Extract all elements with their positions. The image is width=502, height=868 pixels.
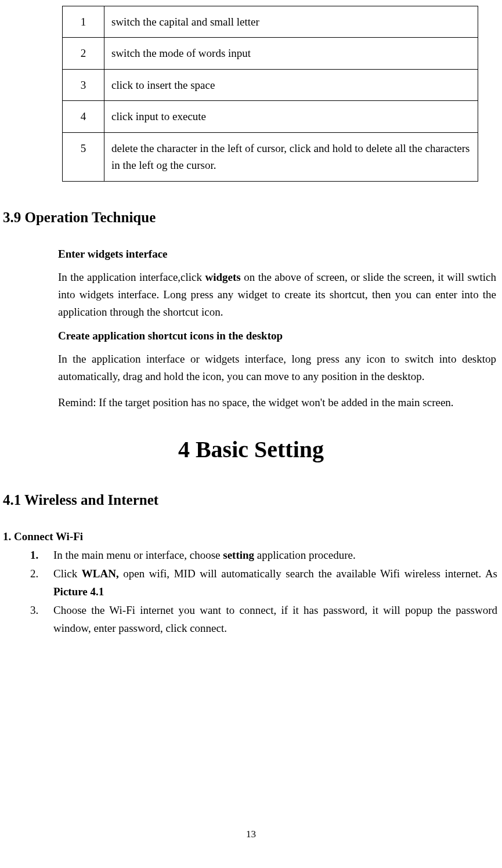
row-num: 5 [63,132,104,181]
subheading-connect-wifi: 1. Connect Wi-Fi [3,530,502,543]
text: In the application interface,click [58,271,205,283]
section-heading-3-9: 3.9 Operation Technique [3,209,502,226]
bold-picture-4-1: Picture 4.1 [53,585,104,598]
list-item: 1. In the main menu or interface, choose… [30,547,497,564]
row-num: 1 [63,6,104,38]
table-row: 3 click to insert the space [63,69,478,100]
table-row: 1 switch the capital and small letter [63,6,478,38]
list-marker: 2. [30,565,38,583]
bold-widgets: widgets [205,271,240,283]
row-desc: delete the character in the left of curs… [104,132,478,181]
row-num: 2 [63,38,104,69]
text: In the main menu or interface, choose [53,549,223,561]
text: Choose the Wi-Fi internet you want to co… [53,604,497,634]
table-row: 2 switch the mode of words input [63,38,478,69]
text: open wifi, MID will automatically search… [119,567,497,580]
section-3-9-body: Enter widgets interface In the applicati… [58,248,496,411]
row-desc: click to insert the space [104,69,478,100]
list-marker: 3. [30,602,38,619]
document-page: 1 switch the capital and small letter 2 … [0,0,502,637]
bold-setting: setting [223,549,254,561]
keyboard-table: 1 switch the capital and small letter 2 … [62,6,478,182]
text: Click [53,567,82,580]
list-item: 2. Click WLAN, open wifi, MID will autom… [30,565,497,601]
connect-wifi-list: 1. In the main menu or interface, choose… [30,547,497,637]
paragraph: In the application interface or widgets … [58,350,496,386]
list-item: 3. Choose the Wi-Fi internet you want to… [30,602,497,637]
section-heading-4-1: 4.1 Wireless and Internet [3,492,502,508]
paragraph: In the application interface,click widge… [58,269,496,321]
page-number: 13 [0,829,502,840]
paragraph-remind: Remind: If the target position has no sp… [58,394,496,411]
table-row: 4 click input to execute [63,101,478,132]
subheading-enter-widgets: Enter widgets interface [58,248,496,261]
bold-wlan: WLAN, [82,567,119,580]
row-desc: click input to execute [104,101,478,132]
row-desc: switch the capital and small letter [104,6,478,38]
chapter-4-title: 4 Basic Setting [0,436,502,463]
list-marker: 1. [30,547,38,564]
subheading-create-shortcut: Create application shortcut icons in the… [58,330,496,342]
row-num: 3 [63,69,104,100]
text: application procedure. [254,549,356,561]
row-desc: switch the mode of words input [104,38,478,69]
row-num: 4 [63,101,104,132]
table-row: 5 delete the character in the left of cu… [63,132,478,181]
